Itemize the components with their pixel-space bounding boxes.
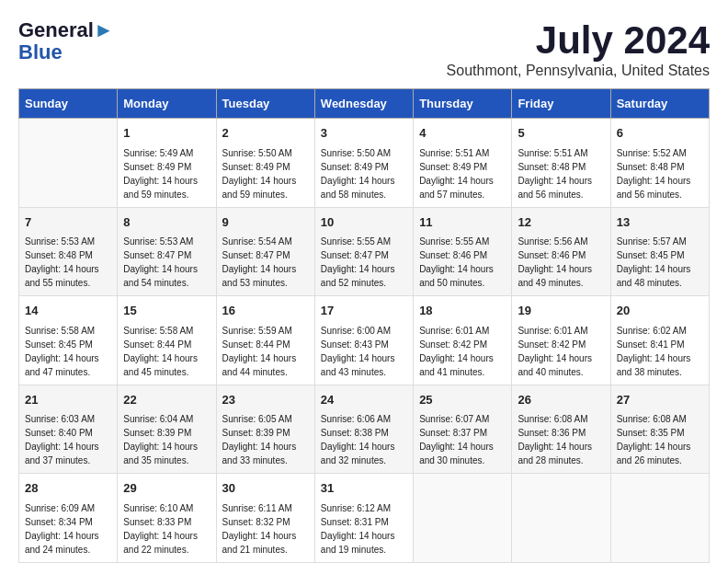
day-number: 1 bbox=[123, 124, 210, 143]
logo-general-text: General bbox=[18, 18, 94, 41]
column-header-thursday: Thursday bbox=[414, 89, 512, 119]
day-number: 13 bbox=[617, 213, 703, 232]
day-info: Sunrise: 6:02 AM Sunset: 8:41 PM Dayligh… bbox=[617, 324, 703, 379]
calendar-cell: 14Sunrise: 5:58 AM Sunset: 8:45 PM Dayli… bbox=[19, 296, 118, 385]
day-info: Sunrise: 6:01 AM Sunset: 8:42 PM Dayligh… bbox=[518, 324, 604, 379]
calendar-cell: 15Sunrise: 5:58 AM Sunset: 8:44 PM Dayli… bbox=[118, 296, 216, 385]
day-number: 12 bbox=[518, 213, 604, 232]
day-info: Sunrise: 5:53 AM Sunset: 8:47 PM Dayligh… bbox=[123, 235, 210, 290]
day-number: 16 bbox=[222, 302, 309, 320]
calendar-cell: 29Sunrise: 6:10 AM Sunset: 8:33 PM Dayli… bbox=[118, 474, 216, 563]
page-header: General► Blue July 2024 Southmont, Penns… bbox=[18, 18, 710, 79]
calendar-cell: 27Sunrise: 6:08 AM Sunset: 8:35 PM Dayli… bbox=[610, 385, 709, 474]
calendar-week-row: 7Sunrise: 5:53 AM Sunset: 8:48 PM Daylig… bbox=[19, 207, 710, 296]
day-number: 28 bbox=[25, 479, 111, 498]
calendar-cell: 23Sunrise: 6:05 AM Sunset: 8:39 PM Dayli… bbox=[216, 385, 314, 474]
calendar-cell: 2Sunrise: 5:50 AM Sunset: 8:49 PM Daylig… bbox=[216, 119, 314, 208]
calendar-cell: 20Sunrise: 6:02 AM Sunset: 8:41 PM Dayli… bbox=[610, 296, 709, 385]
calendar-week-row: 1Sunrise: 5:49 AM Sunset: 8:49 PM Daylig… bbox=[19, 119, 710, 208]
day-info: Sunrise: 5:49 AM Sunset: 8:49 PM Dayligh… bbox=[123, 146, 210, 201]
calendar-header-row: SundayMondayTuesdayWednesdayThursdayFrid… bbox=[19, 89, 710, 119]
day-number: 11 bbox=[419, 213, 506, 232]
day-number: 22 bbox=[123, 391, 210, 409]
day-number: 14 bbox=[25, 302, 111, 320]
day-number: 30 bbox=[222, 479, 309, 498]
day-info: Sunrise: 6:12 AM Sunset: 8:31 PM Dayligh… bbox=[321, 501, 407, 557]
calendar-cell: 5Sunrise: 5:51 AM Sunset: 8:48 PM Daylig… bbox=[512, 119, 610, 208]
calendar-cell: 21Sunrise: 6:03 AM Sunset: 8:40 PM Dayli… bbox=[19, 385, 118, 474]
day-info: Sunrise: 5:50 AM Sunset: 8:49 PM Dayligh… bbox=[222, 146, 309, 201]
calendar-cell: 16Sunrise: 5:59 AM Sunset: 8:44 PM Dayli… bbox=[216, 296, 314, 385]
day-info: Sunrise: 5:55 AM Sunset: 8:46 PM Dayligh… bbox=[419, 235, 506, 290]
day-number: 7 bbox=[25, 213, 111, 232]
logo: General► Blue bbox=[18, 18, 114, 63]
calendar-cell bbox=[414, 474, 512, 563]
calendar-cell: 3Sunrise: 5:50 AM Sunset: 8:49 PM Daylig… bbox=[314, 119, 413, 208]
day-info: Sunrise: 6:05 AM Sunset: 8:39 PM Dayligh… bbox=[222, 412, 309, 467]
day-info: Sunrise: 5:58 AM Sunset: 8:44 PM Dayligh… bbox=[123, 324, 210, 379]
day-info: Sunrise: 6:00 AM Sunset: 8:43 PM Dayligh… bbox=[321, 324, 407, 379]
calendar-cell: 9Sunrise: 5:54 AM Sunset: 8:47 PM Daylig… bbox=[216, 207, 314, 296]
day-info: Sunrise: 6:08 AM Sunset: 8:36 PM Dayligh… bbox=[518, 412, 604, 467]
column-header-saturday: Saturday bbox=[610, 89, 709, 119]
day-info: Sunrise: 6:09 AM Sunset: 8:34 PM Dayligh… bbox=[25, 501, 111, 557]
day-number: 2 bbox=[222, 124, 309, 143]
day-info: Sunrise: 5:59 AM Sunset: 8:44 PM Dayligh… bbox=[222, 324, 309, 379]
calendar-cell: 26Sunrise: 6:08 AM Sunset: 8:36 PM Dayli… bbox=[512, 385, 610, 474]
day-number: 23 bbox=[222, 391, 309, 409]
day-number: 21 bbox=[25, 391, 111, 409]
calendar-week-row: 28Sunrise: 6:09 AM Sunset: 8:34 PM Dayli… bbox=[19, 474, 710, 563]
calendar-cell: 31Sunrise: 6:12 AM Sunset: 8:31 PM Dayli… bbox=[314, 474, 413, 563]
day-number: 26 bbox=[518, 391, 604, 409]
day-info: Sunrise: 5:56 AM Sunset: 8:46 PM Dayligh… bbox=[518, 235, 604, 290]
subtitle: Southmont, Pennsylvania, United States bbox=[447, 63, 710, 79]
calendar-cell: 12Sunrise: 5:56 AM Sunset: 8:46 PM Dayli… bbox=[512, 207, 610, 296]
day-number: 4 bbox=[419, 124, 506, 143]
day-info: Sunrise: 6:01 AM Sunset: 8:42 PM Dayligh… bbox=[419, 324, 506, 379]
calendar-cell bbox=[610, 474, 709, 563]
calendar-cell: 10Sunrise: 5:55 AM Sunset: 8:47 PM Dayli… bbox=[314, 207, 413, 296]
day-number: 18 bbox=[419, 302, 506, 320]
day-number: 25 bbox=[419, 391, 506, 409]
day-number: 9 bbox=[222, 213, 309, 232]
calendar-cell: 25Sunrise: 6:07 AM Sunset: 8:37 PM Dayli… bbox=[414, 385, 512, 474]
day-info: Sunrise: 5:51 AM Sunset: 8:48 PM Dayligh… bbox=[518, 146, 604, 201]
day-info: Sunrise: 6:07 AM Sunset: 8:37 PM Dayligh… bbox=[419, 412, 506, 467]
calendar-cell bbox=[512, 474, 610, 563]
day-info: Sunrise: 6:10 AM Sunset: 8:33 PM Dayligh… bbox=[123, 501, 210, 557]
day-number: 19 bbox=[518, 302, 604, 320]
day-number: 3 bbox=[321, 124, 407, 143]
day-info: Sunrise: 6:04 AM Sunset: 8:39 PM Dayligh… bbox=[123, 412, 210, 467]
column-header-sunday: Sunday bbox=[19, 89, 118, 119]
day-info: Sunrise: 5:53 AM Sunset: 8:48 PM Dayligh… bbox=[25, 235, 111, 290]
calendar-cell: 8Sunrise: 5:53 AM Sunset: 8:47 PM Daylig… bbox=[118, 207, 216, 296]
calendar-cell: 13Sunrise: 5:57 AM Sunset: 8:45 PM Dayli… bbox=[610, 207, 709, 296]
day-number: 20 bbox=[617, 302, 703, 320]
day-number: 27 bbox=[617, 391, 703, 409]
day-info: Sunrise: 5:57 AM Sunset: 8:45 PM Dayligh… bbox=[617, 235, 703, 290]
day-number: 6 bbox=[617, 124, 703, 143]
day-number: 31 bbox=[321, 479, 407, 498]
column-header-tuesday: Tuesday bbox=[216, 89, 314, 119]
calendar-cell: 19Sunrise: 6:01 AM Sunset: 8:42 PM Dayli… bbox=[512, 296, 610, 385]
day-info: Sunrise: 6:08 AM Sunset: 8:35 PM Dayligh… bbox=[617, 412, 703, 467]
day-info: Sunrise: 5:55 AM Sunset: 8:47 PM Dayligh… bbox=[321, 235, 407, 290]
calendar-table: SundayMondayTuesdayWednesdayThursdayFrid… bbox=[18, 88, 710, 563]
calendar-cell: 11Sunrise: 5:55 AM Sunset: 8:46 PM Dayli… bbox=[414, 207, 512, 296]
day-info: Sunrise: 5:52 AM Sunset: 8:48 PM Dayligh… bbox=[617, 146, 703, 201]
calendar-cell: 22Sunrise: 6:04 AM Sunset: 8:39 PM Dayli… bbox=[118, 385, 216, 474]
calendar-cell bbox=[19, 119, 118, 208]
day-info: Sunrise: 5:54 AM Sunset: 8:47 PM Dayligh… bbox=[222, 235, 309, 290]
day-number: 24 bbox=[321, 391, 407, 409]
day-info: Sunrise: 5:50 AM Sunset: 8:49 PM Dayligh… bbox=[321, 146, 407, 201]
day-info: Sunrise: 6:03 AM Sunset: 8:40 PM Dayligh… bbox=[25, 412, 111, 467]
day-number: 17 bbox=[321, 302, 407, 320]
day-info: Sunrise: 5:51 AM Sunset: 8:49 PM Dayligh… bbox=[419, 146, 506, 201]
calendar-cell: 4Sunrise: 5:51 AM Sunset: 8:49 PM Daylig… bbox=[414, 119, 512, 208]
day-number: 15 bbox=[123, 302, 210, 320]
day-number: 8 bbox=[123, 213, 210, 232]
calendar-week-row: 21Sunrise: 6:03 AM Sunset: 8:40 PM Dayli… bbox=[19, 385, 710, 474]
day-info: Sunrise: 6:11 AM Sunset: 8:32 PM Dayligh… bbox=[222, 501, 309, 557]
day-number: 29 bbox=[123, 479, 210, 498]
main-title: July 2024 bbox=[447, 18, 710, 63]
